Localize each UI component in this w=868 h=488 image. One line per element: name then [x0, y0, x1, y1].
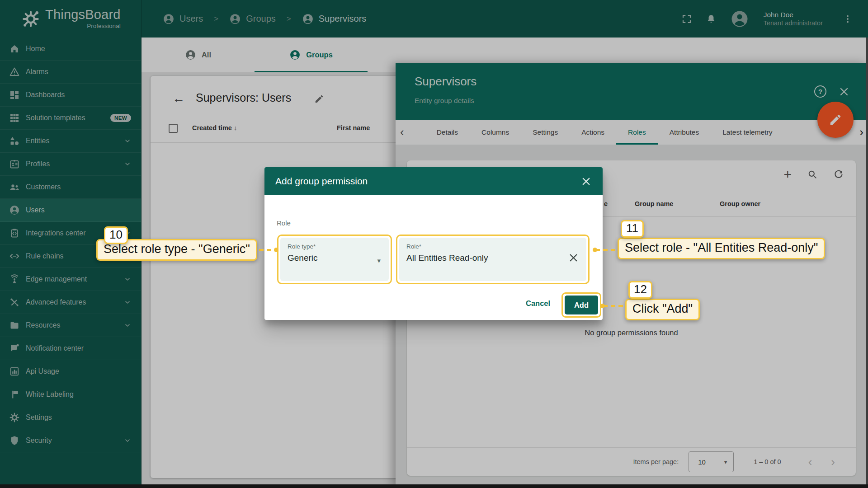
- role-type-highlight-ring: Role type* Generic ▾: [277, 235, 392, 284]
- callout-11-label: Select role - "All Entities Read-only": [618, 238, 825, 259]
- role-section-label: Role: [277, 219, 291, 227]
- callout-11-connector: [595, 249, 619, 251]
- thingsboard-app: ThingsBoard Professional Home Alarms Das…: [0, 0, 868, 488]
- callout-12-label: Click "Add": [625, 299, 700, 320]
- role-value: All Entities Read-only: [406, 253, 579, 263]
- role-type-select[interactable]: Role type* Generic ▾: [280, 238, 389, 281]
- close-dialog-icon[interactable]: [580, 176, 592, 187]
- role-type-value: Generic: [288, 253, 382, 263]
- callout-10-badge: 10: [104, 226, 128, 244]
- callout-11-connector-dot: [593, 248, 597, 252]
- add-button[interactable]: Add: [565, 296, 598, 314]
- callout-12-connector: [603, 305, 625, 307]
- scrollbar-track[interactable]: [866, 38, 868, 484]
- add-group-permission-dialog: Add group permission Role Role type* Gen…: [264, 167, 603, 320]
- dialog-header: Add group permission: [264, 167, 603, 195]
- dropdown-arrow-icon: ▾: [377, 257, 381, 265]
- clear-icon[interactable]: [568, 252, 579, 263]
- role-label: Role*: [406, 243, 579, 250]
- taskbar-strip: [0, 484, 868, 488]
- dialog-title: Add group permission: [275, 176, 368, 187]
- add-button-highlight-ring: Add: [561, 292, 601, 318]
- cancel-button[interactable]: Cancel: [526, 299, 550, 308]
- callout-11-badge: 11: [621, 220, 644, 238]
- role-highlight-ring: Role* All Entities Read-only: [396, 235, 590, 284]
- callout-12-badge: 12: [628, 281, 652, 299]
- callout-10-connector-dot: [274, 248, 278, 252]
- role-type-label: Role type*: [288, 243, 382, 250]
- callout-12-connector-dot: [600, 304, 605, 308]
- role-select[interactable]: Role* All Entities Read-only: [399, 238, 586, 281]
